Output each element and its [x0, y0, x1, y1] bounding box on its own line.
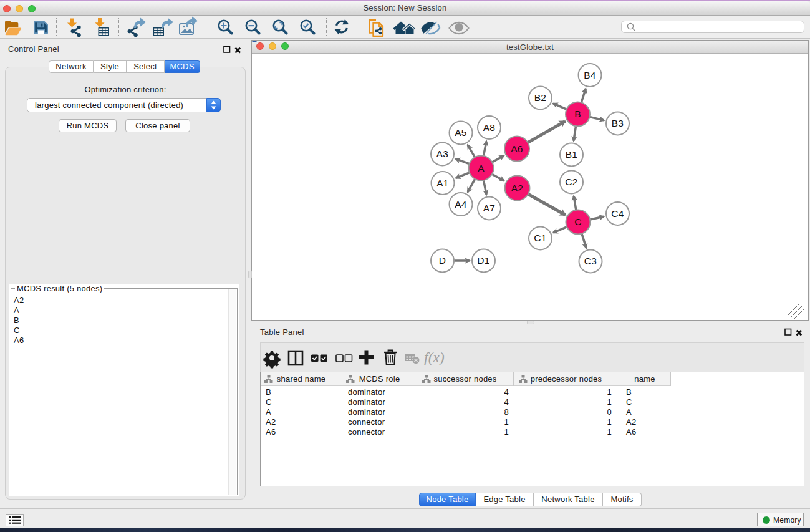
svg-text:B4: B4 [584, 70, 596, 80]
svg-text:A3: A3 [436, 148, 448, 159]
svg-text:B: B [574, 109, 581, 119]
svg-text:A8: A8 [483, 122, 495, 133]
svg-text:A4: A4 [455, 199, 467, 210]
svg-text:A5: A5 [455, 127, 466, 138]
svg-text:B3: B3 [612, 118, 624, 128]
svg-text:A6: A6 [511, 143, 523, 154]
svg-text:C1: C1 [534, 233, 546, 243]
svg-text:B2: B2 [534, 92, 546, 103]
svg-text:C: C [574, 216, 581, 227]
svg-text:C3: C3 [584, 256, 597, 266]
svg-text:A7: A7 [483, 203, 495, 213]
svg-text:A1: A1 [436, 178, 448, 188]
svg-text:B1: B1 [566, 149, 577, 160]
svg-text:A2: A2 [511, 183, 523, 193]
svg-text:D: D [439, 255, 446, 266]
svg-text:C2: C2 [565, 177, 577, 187]
svg-text:f(x): f(x) [424, 350, 445, 365]
svg-text:A: A [478, 163, 485, 173]
svg-text:D1: D1 [477, 255, 489, 266]
svg-text:C4: C4 [611, 208, 624, 219]
